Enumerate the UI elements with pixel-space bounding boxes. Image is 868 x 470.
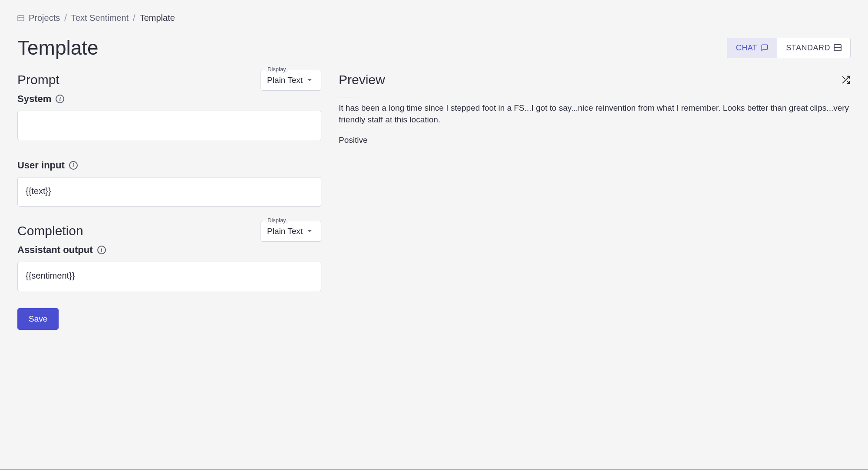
right-column: Preview It has been a long time since I … <box>339 72 851 330</box>
chat-icon <box>761 44 769 52</box>
completion-display-wrap: Display Plain Text <box>261 221 321 242</box>
header-row: Template CHAT STANDARD <box>17 36 851 59</box>
breadcrumb-projects[interactable]: Projects <box>29 13 60 23</box>
breadcrumb-project-name[interactable]: Text Sentiment <box>71 13 129 23</box>
system-input[interactable] <box>17 111 321 140</box>
content: Prompt Display Plain Text System i User … <box>17 72 851 330</box>
prompt-display-select[interactable]: Plain Text <box>261 70 321 91</box>
caret-down-icon <box>307 79 312 82</box>
standard-icon <box>834 44 842 51</box>
preview-divider <box>339 130 356 130</box>
breadcrumb: Projects / Text Sentiment / Template <box>17 13 851 23</box>
completion-display-legend: Display <box>266 217 288 223</box>
svg-rect-0 <box>18 16 24 21</box>
user-input-label: User input <box>17 160 65 171</box>
toggle-standard-label: STANDARD <box>786 43 830 53</box>
system-label-row: System i <box>17 93 321 105</box>
page-title: Template <box>17 36 99 59</box>
prompt-title: Prompt <box>17 72 59 87</box>
completion-display-value: Plain Text <box>267 227 303 236</box>
prompt-display-value: Plain Text <box>267 76 303 85</box>
breadcrumb-separator: / <box>133 13 135 23</box>
preview-result: Positive <box>339 135 851 145</box>
shuffle-icon[interactable] <box>841 75 851 85</box>
mode-toggle: CHAT STANDARD <box>727 38 851 58</box>
prompt-section-header: Prompt Display Plain Text <box>17 72 321 91</box>
breadcrumb-current: Template <box>140 13 175 23</box>
preview-header: Preview <box>339 72 851 87</box>
prompt-display-legend: Display <box>266 66 288 72</box>
save-button[interactable]: Save <box>17 308 59 330</box>
toggle-standard[interactable]: STANDARD <box>777 38 850 58</box>
assistant-output-label: Assistant output <box>17 244 93 256</box>
completion-title: Completion <box>17 223 83 238</box>
completion-section-header: Completion Display Plain Text <box>17 223 321 242</box>
preview-text: It has been a long time since I stepped … <box>339 102 851 125</box>
projects-icon <box>17 15 24 21</box>
user-input-label-row: User input i <box>17 160 321 171</box>
preview-title: Preview <box>339 72 385 87</box>
prompt-display-wrap: Display Plain Text <box>261 70 321 91</box>
caret-down-icon <box>307 230 312 233</box>
system-label: System <box>17 93 51 105</box>
preview-divider <box>339 98 356 98</box>
assistant-output-field[interactable] <box>17 262 321 291</box>
toggle-chat-label: CHAT <box>736 43 758 53</box>
user-input-field[interactable] <box>17 177 321 207</box>
info-icon[interactable]: i <box>97 246 106 254</box>
svg-line-6 <box>843 77 845 79</box>
left-column: Prompt Display Plain Text System i User … <box>17 72 321 330</box>
assistant-output-label-row: Assistant output i <box>17 244 321 256</box>
info-icon[interactable]: i <box>69 161 78 170</box>
info-icon[interactable]: i <box>56 95 64 103</box>
toggle-chat[interactable]: CHAT <box>727 38 778 58</box>
completion-display-select[interactable]: Plain Text <box>261 221 321 242</box>
preview-box: It has been a long time since I stepped … <box>339 98 851 145</box>
breadcrumb-separator: / <box>64 13 67 23</box>
